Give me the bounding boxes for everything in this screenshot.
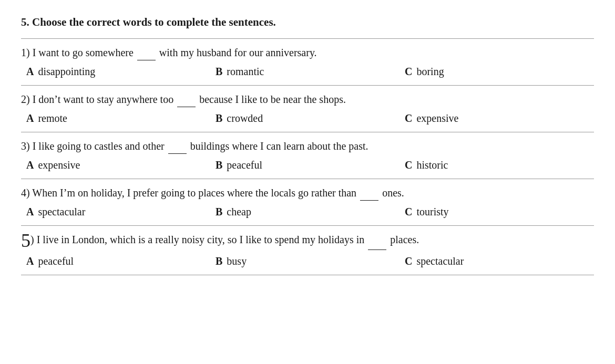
question-block-1: 1) I want to go somewhere with my husban…	[21, 38, 594, 85]
questions-list: 1) I want to go somewhere with my husban…	[21, 38, 594, 275]
option-letter-1-c: C	[405, 66, 412, 78]
options-row-5: ApeacefulBbusyCspectacular	[21, 253, 594, 273]
option-1-a: Adisappointing	[26, 66, 216, 78]
question-text-5: 5) I live in London, which is a really n…	[21, 231, 594, 250]
option-2-b: Bcrowded	[216, 112, 405, 124]
option-4-c: Ctouristy	[405, 206, 594, 218]
question-text-1: 1) I want to go somewhere with my husban…	[21, 44, 594, 60]
section-container: 5. Choose the correct words to complete …	[21, 16, 594, 275]
question-paren: )	[30, 234, 34, 245]
option-letter-3-b: B	[216, 159, 222, 171]
option-letter-1-b: B	[216, 66, 222, 78]
question-number-4: 4)	[21, 187, 30, 199]
option-text-1-c: boring	[416, 66, 444, 78]
blank-2	[177, 91, 196, 107]
option-letter-3-a: A	[26, 159, 34, 171]
option-text-4-a: spectacular	[38, 206, 85, 218]
option-letter-5-a: A	[26, 255, 34, 267]
option-4-a: Aspectacular	[26, 206, 216, 218]
options-row-3: AexpensiveBpeacefulChistoric	[21, 157, 594, 176]
option-text-5-a: peaceful	[38, 255, 74, 267]
option-5-a: Apeaceful	[26, 255, 216, 267]
option-text-1-a: disappointing	[38, 66, 95, 78]
options-row-2: AremoteBcrowdedCexpensive	[21, 110, 594, 130]
question-block-3: 3) I like going to castles and other bui…	[21, 132, 594, 179]
blank-1	[137, 44, 156, 60]
option-text-5-c: spectacular	[416, 255, 464, 267]
option-text-2-a: remote	[38, 112, 67, 124]
option-4-b: Bcheap	[216, 206, 405, 218]
option-letter-4-a: A	[26, 206, 34, 218]
option-text-2-b: crowded	[227, 112, 263, 124]
option-text-3-a: expensive	[38, 159, 80, 171]
question-text-4: 4) When I’m on holiday, I prefer going t…	[21, 184, 594, 201]
question-number-3: 3)	[21, 140, 30, 152]
option-text-3-c: historic	[416, 159, 448, 171]
option-letter-2-c: C	[405, 112, 412, 124]
option-letter-5-c: C	[405, 255, 412, 267]
option-text-1-b: romantic	[227, 66, 264, 78]
option-text-4-b: cheap	[227, 206, 251, 218]
option-letter-4-c: C	[405, 206, 412, 218]
question-number-1: 1)	[21, 47, 30, 58]
option-1-b: Bromantic	[216, 66, 405, 78]
option-letter-3-c: C	[405, 159, 412, 171]
option-5-c: Cspectacular	[405, 255, 594, 267]
question-number-2: 2)	[21, 93, 30, 105]
option-2-a: Aremote	[26, 112, 216, 124]
options-row-1: AdisappointingBromanticCboring	[21, 64, 594, 83]
question-block-4: 4) When I’m on holiday, I prefer going t…	[21, 179, 594, 225]
option-letter-4-b: B	[216, 206, 222, 218]
question-text-3: 3) I like going to castles and other bui…	[21, 138, 594, 154]
option-3-a: Aexpensive	[26, 159, 216, 171]
option-text-3-b: peaceful	[227, 159, 262, 171]
blank-3	[168, 138, 187, 154]
option-letter-2-a: A	[26, 112, 34, 124]
blank-4	[360, 184, 378, 201]
option-text-5-b: busy	[227, 255, 247, 267]
option-text-4-c: touristy	[416, 206, 448, 218]
option-letter-5-b: B	[216, 255, 222, 267]
section-title: 5. Choose the correct words to complete …	[21, 16, 594, 29]
option-3-c: Chistoric	[405, 159, 594, 171]
option-text-2-c: expensive	[416, 112, 458, 124]
option-letter-1-a: A	[26, 66, 34, 78]
option-5-b: Bbusy	[216, 255, 405, 267]
option-2-c: Cexpensive	[405, 112, 594, 124]
option-letter-2-b: B	[216, 112, 222, 124]
option-1-c: Cboring	[405, 66, 594, 78]
blank-5	[368, 234, 386, 250]
option-3-b: Bpeaceful	[216, 159, 405, 171]
question-block-5: 5) I live in London, which is a really n…	[21, 225, 594, 275]
question-text-2: 2) I don’t want to stay anywhere too bec…	[21, 91, 594, 107]
question-number-5: 5	[21, 230, 30, 251]
options-row-4: AspectacularBcheapCtouristy	[21, 204, 594, 223]
question-block-2: 2) I don’t want to stay anywhere too bec…	[21, 85, 594, 132]
